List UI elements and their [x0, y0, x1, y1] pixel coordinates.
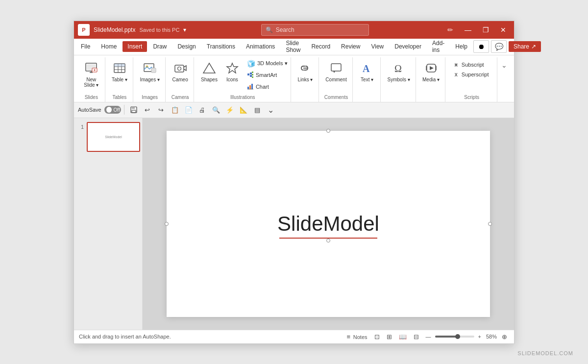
menu-help[interactable]: Help [450, 41, 472, 52]
expand-icon: ⌄ [501, 61, 507, 69]
illus-top-row: Shapes Icons [198, 58, 291, 93]
toolbar-btn-3[interactable]: 📋 [169, 103, 181, 116]
menu-transitions[interactable]: Transitions [202, 41, 240, 52]
canvas-area[interactable]: SlideModel [143, 118, 514, 330]
reading-view-button[interactable]: 📖 [397, 332, 409, 341]
toolbar-btn-4[interactable]: 📄 [182, 103, 195, 116]
powerpoint-logo: P [78, 24, 90, 36]
zoom-percentage: 58% [486, 334, 497, 340]
shapes-button[interactable]: Shapes [198, 58, 220, 93]
ribbon-expand-button[interactable]: ⌄ [499, 59, 509, 71]
fit-page-button[interactable]: ⊕ [500, 332, 509, 341]
branding: SLIDEMODEL.COM [517, 350, 573, 356]
3d-models-icon: 🧊 [247, 60, 255, 68]
menu-addins[interactable]: Add-ins [427, 38, 449, 55]
toolbar-btn-7[interactable]: ⚡ [223, 103, 236, 116]
superscript-button[interactable]: x Superscript [452, 70, 492, 79]
text-button[interactable]: A Text ▾ [356, 58, 378, 84]
menu-insert[interactable]: Insert [122, 41, 147, 52]
save-button[interactable] [127, 103, 140, 116]
menu-design[interactable]: Design [172, 41, 200, 52]
handle-middle-right[interactable] [488, 222, 492, 226]
menu-developer[interactable]: Developer [390, 41, 426, 52]
menu-record[interactable]: Record [306, 41, 335, 52]
menu-animations[interactable]: Animations [241, 41, 280, 52]
cameo-button[interactable]: Cameo [169, 58, 191, 84]
menu-review[interactable]: Review [336, 41, 365, 52]
links-items: Links ▾ [294, 58, 316, 98]
toolbar-btn-9[interactable]: ▤ [251, 103, 264, 116]
close-button[interactable]: ✕ [496, 23, 510, 37]
svg-rect-25 [252, 74, 253, 75]
status-right: ≡ Notes ⊡ ⊞ 📖 ⊟ — + 58% ⊕ [345, 332, 509, 341]
images-button[interactable]: Images ▾ [137, 58, 163, 84]
svg-text:A: A [363, 63, 370, 74]
toolbar-btn-6[interactable]: 🔍 [210, 103, 222, 116]
zoom-track[interactable] [435, 336, 474, 338]
icons-button[interactable]: Icons [221, 58, 243, 93]
slide-sorter-button[interactable]: ⊞ [385, 332, 394, 341]
menu-view[interactable]: View [366, 41, 389, 52]
slide-canvas[interactable]: SlideModel [167, 131, 490, 317]
media-button[interactable]: Media ▾ [419, 58, 442, 84]
3d-models-button[interactable]: 🧊 3D Models ▾ [244, 58, 291, 69]
images-label: Images ▾ [140, 77, 160, 82]
menu-file[interactable]: File [76, 41, 95, 52]
app-window: P SlideModel.pptx Saved to this PC ▾ 🔍 S… [74, 21, 514, 344]
minimize-button[interactable]: — [461, 23, 475, 37]
slide-title[interactable]: SlideModel [277, 212, 379, 236]
comment-button[interactable]: Comment [322, 58, 349, 84]
cameo-label: Cameo [172, 77, 188, 82]
new-slide-button[interactable]: NewSlide ▾ [80, 58, 102, 90]
handle-bottom-center[interactable] [326, 239, 330, 243]
normal-view-button[interactable]: ⊡ [372, 332, 382, 341]
handle-middle-left[interactable] [165, 222, 169, 226]
subscript-button[interactable]: x Subscript [452, 60, 492, 69]
pen-icon[interactable]: ✏ [443, 23, 457, 37]
handle-top-center[interactable] [326, 129, 330, 133]
record-button[interactable]: ⏺ [473, 40, 489, 53]
filename: SlideModel.pptx [94, 26, 135, 33]
svg-rect-12 [114, 64, 125, 67]
undo-button[interactable]: ↩ [141, 103, 154, 116]
slide-thumb-label: SlideModel [105, 135, 122, 139]
search-box[interactable]: 🔍 Search [261, 24, 369, 36]
zoom-in-icon[interactable]: + [476, 333, 483, 340]
share-icon: ↗ [531, 43, 536, 50]
slide-thumbnail-1[interactable]: SlideModel [87, 122, 140, 152]
autosave-state: Off [114, 107, 120, 113]
comment-label: Comment [325, 77, 346, 82]
menu-home[interactable]: Home [96, 41, 122, 52]
search-icon: 🔍 [266, 26, 273, 33]
redo-button[interactable]: ↪ [155, 103, 168, 116]
text-icon: A [359, 60, 375, 76]
toolbar-btn-8[interactable]: 📐 [237, 103, 250, 116]
autosave-toggle[interactable]: Off [104, 106, 121, 114]
slide-title-group: SlideModel [277, 212, 379, 236]
ribbon-group-images: Images ▾ Images [134, 57, 166, 102]
shapes-label: Shapes [201, 77, 218, 82]
toolbar-btn-5[interactable]: 🖨 [196, 103, 209, 116]
autosave-label: AutoSave [78, 107, 101, 113]
zoom-out-icon[interactable]: — [424, 333, 433, 340]
chart-button[interactable]: Chart [244, 81, 291, 93]
restore-button[interactable]: ❐ [479, 23, 492, 37]
dropdown-arrow[interactable]: ▾ [183, 26, 186, 33]
svg-rect-40 [132, 110, 136, 113]
fit-slide-button[interactable]: ⊟ [412, 332, 421, 341]
symbols-button[interactable]: Ω Symbols ▾ [385, 58, 413, 84]
status-text: Click and drag to insert an AutoShape. [79, 334, 341, 340]
menu-bar: File Home Insert Draw Design Transitions… [74, 39, 514, 55]
text-label: Text ▾ [361, 77, 373, 82]
table-button[interactable]: Table ▾ [109, 58, 130, 84]
menu-slideshow[interactable]: Slide Show [281, 38, 305, 55]
toolbar-more-button[interactable]: ⌄ [265, 103, 277, 116]
notes-button[interactable]: ≡ Notes [345, 332, 369, 341]
autosave-knob [106, 107, 112, 113]
smartart-button[interactable]: SmartArt [244, 70, 291, 81]
menu-draw[interactable]: Draw [148, 41, 172, 52]
comment-button[interactable]: 💬 [491, 40, 507, 53]
links-button[interactable]: Links ▾ [294, 58, 316, 84]
notes-label: Notes [353, 334, 368, 340]
share-button[interactable]: Share ↗ [509, 41, 541, 52]
